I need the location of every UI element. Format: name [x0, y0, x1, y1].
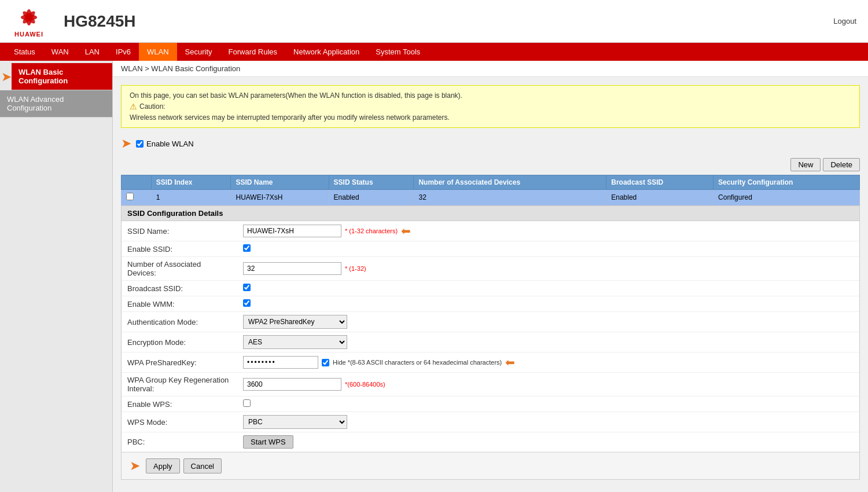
- field-ssid-name-cell: * (1-32 characters) ⬅: [237, 221, 859, 241]
- field-ssid-name-row: SSID Name: * (1-32 characters) ⬅: [122, 221, 859, 241]
- group-key-input[interactable]: [243, 378, 341, 391]
- field-groupkey-cell: *(600-86400s): [237, 373, 859, 396]
- field-groupkey-row: WPA Group Key RegenerationInterval: *(60…: [122, 373, 859, 396]
- row-ssid-index: 1: [151, 190, 231, 205]
- field-enable-ssid-row: Enable SSID:: [122, 241, 859, 257]
- field-presharedkey-cell: Hide *(8-63 ASCII characters or 64 hexad…: [237, 353, 859, 373]
- col-ssid-name: SSID Name: [231, 175, 329, 190]
- nav-bar: Status WAN LAN IPv6 WLAN Security Forwar…: [0, 43, 868, 61]
- enable-wlan-label: Enable WLAN: [146, 139, 194, 148]
- sidebar: ➤ WLAN Basic Configuration WLAN Advanced…: [0, 61, 113, 492]
- nav-wlan[interactable]: WLAN: [139, 43, 177, 61]
- associated-devices-input[interactable]: [243, 262, 341, 275]
- encryption-mode-select[interactable]: AES TKIP TKIP+AES: [243, 335, 347, 349]
- associated-note: * (1-32): [345, 265, 366, 272]
- info-line1: On this page, you can set basic WLAN par…: [130, 91, 851, 100]
- auth-mode-select[interactable]: WPA2 PreSharedKey WPA PreSharedKey Open …: [243, 315, 347, 329]
- field-associated-label: Number of AssociatedDevices:: [122, 257, 237, 281]
- field-pbc-label: PBC:: [122, 432, 237, 452]
- col-checkbox: [122, 175, 152, 190]
- wpa-presharedkey-input[interactable]: [243, 356, 318, 369]
- field-presharedkey-label: WPA PreSharedKey:: [122, 353, 237, 373]
- row-checkbox[interactable]: [126, 193, 134, 200]
- field-presharedkey-row: WPA PreSharedKey: Hide *(8-63 ASCII char…: [122, 353, 859, 373]
- groupkey-note: *(600-86400s): [345, 381, 385, 388]
- field-groupkey-label: WPA Group Key RegenerationInterval:: [122, 373, 237, 396]
- broadcast-ssid-checkbox[interactable]: [243, 284, 251, 291]
- field-broadcast-label: Broadcast SSID:: [122, 281, 237, 296]
- breadcrumb: WLAN > WLAN Basic Configuration: [113, 61, 868, 77]
- field-wmm-row: Enable WMM:: [122, 296, 859, 312]
- col-ssid-index: SSID Index: [151, 175, 231, 190]
- content-area: WLAN > WLAN Basic Configuration On this …: [113, 61, 868, 492]
- config-details: SSID Configuration Details SSID Name: * …: [121, 205, 860, 480]
- row-broadcast: Enabled: [606, 190, 713, 205]
- enable-ssid-checkbox[interactable]: [243, 244, 251, 252]
- table-row[interactable]: 1 HUAWEI-7XsH Enabled 32 Enabled Configu…: [122, 190, 860, 205]
- row-associated: 32: [414, 190, 606, 205]
- ssid-name-arrow-icon: ⬅: [401, 224, 411, 238]
- nav-wan[interactable]: WAN: [43, 43, 77, 61]
- field-encryption-row: Encryption Mode: AES TKIP TKIP+AES: [122, 332, 859, 353]
- cancel-button[interactable]: Cancel: [183, 458, 222, 473]
- info-line2: Wireless network services may be interru…: [130, 113, 851, 122]
- sidebar-item-wlan-advanced[interactable]: WLAN Advanced Configuration: [0, 90, 112, 118]
- main-layout: ➤ WLAN Basic Configuration WLAN Advanced…: [0, 61, 868, 492]
- content-inner: On this page, you can set basic WLAN par…: [113, 77, 868, 488]
- logout-button[interactable]: Logout: [833, 17, 856, 25]
- delete-button[interactable]: Delete: [823, 158, 860, 171]
- ssid-name-note: * (1-32 characters): [345, 227, 398, 234]
- ssid-name-input[interactable]: [243, 225, 341, 237]
- huawei-logo: [12, 5, 46, 31]
- field-encryption-label: Encryption Mode:: [122, 332, 237, 353]
- brand-name: HUAWEI: [14, 31, 43, 38]
- bottom-buttons: ➤ Apply Cancel: [122, 452, 859, 479]
- info-box: On this page, you can set basic WLAN par…: [121, 85, 860, 128]
- nav-security[interactable]: Security: [177, 43, 220, 61]
- hide-key-checkbox[interactable]: [322, 359, 329, 366]
- toolbar: New Delete: [121, 158, 860, 171]
- field-enable-ssid-label: Enable SSID:: [122, 241, 237, 257]
- field-wps-row: Enable WPS:: [122, 396, 859, 412]
- logo-area: HUAWEI: [12, 5, 46, 38]
- field-wps-mode-label: WPS Mode:: [122, 412, 237, 432]
- warning-icon: ⚠: [130, 102, 137, 111]
- enable-wps-checkbox[interactable]: [243, 399, 251, 407]
- col-associated-devices: Number of Associated Devices: [414, 175, 606, 190]
- apply-arrow-icon: ➤: [130, 458, 140, 473]
- field-pbc-row: PBC: Start WPS: [122, 432, 859, 452]
- wps-mode-select[interactable]: PBC PIN: [243, 415, 347, 429]
- nav-network-application[interactable]: Network Application: [285, 43, 367, 61]
- ssid-table: SSID Index SSID Name SSID Status Number …: [121, 175, 860, 205]
- nav-forward-rules[interactable]: Forward Rules: [220, 43, 286, 61]
- field-associated-row: Number of AssociatedDevices: * (1-32): [122, 257, 859, 281]
- field-broadcast-row: Broadcast SSID:: [122, 281, 859, 296]
- enable-wlan-arrow-icon: ➤: [121, 136, 131, 151]
- col-ssid-status: SSID Status: [329, 175, 414, 190]
- hide-key-note: Hide *(8-63 ASCII characters or 64 hexad…: [333, 359, 502, 366]
- field-wmm-label: Enable WMM:: [122, 296, 237, 312]
- enable-wlan-checkbox[interactable]: [136, 140, 144, 148]
- new-button[interactable]: New: [790, 158, 821, 171]
- nav-ipv6[interactable]: IPv6: [108, 43, 139, 61]
- field-auth-row: Authentication Mode: WPA2 PreSharedKey W…: [122, 312, 859, 332]
- field-auth-label: Authentication Mode:: [122, 312, 237, 332]
- device-title: HG8245H: [64, 12, 833, 31]
- start-wps-button[interactable]: Start WPS: [243, 435, 293, 449]
- sidebar-item-wlan-basic[interactable]: WLAN Basic Configuration: [12, 63, 112, 90]
- field-wps-mode-row: WPS Mode: PBC PIN: [122, 412, 859, 432]
- config-table: SSID Name: * (1-32 characters) ⬅: [122, 221, 859, 452]
- row-ssid-status: Enabled: [329, 190, 414, 205]
- apply-button[interactable]: Apply: [146, 458, 180, 473]
- col-broadcast-ssid: Broadcast SSID: [606, 175, 713, 190]
- field-ssid-name-label: SSID Name:: [122, 221, 237, 241]
- nav-status[interactable]: Status: [6, 43, 43, 61]
- field-associated-cell: * (1-32): [237, 257, 859, 281]
- header: HUAWEI HG8245H Logout: [0, 0, 868, 43]
- nav-system-tools[interactable]: System Tools: [367, 43, 428, 61]
- nav-lan[interactable]: LAN: [77, 43, 108, 61]
- enable-wmm-checkbox[interactable]: [243, 299, 251, 307]
- presharedkey-arrow-icon: ⬅: [505, 355, 515, 369]
- row-security: Configured: [713, 190, 860, 205]
- row-ssid-name: HUAWEI-7XsH: [231, 190, 329, 205]
